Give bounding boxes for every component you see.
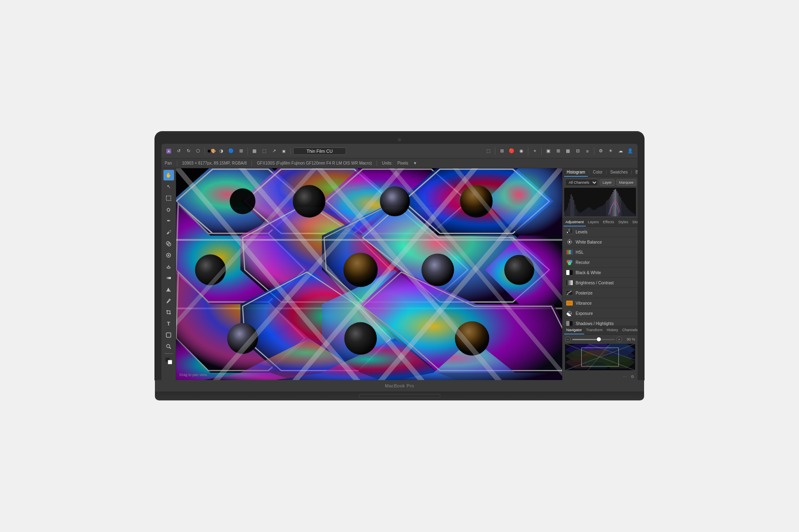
adj-bw[interactable]: Black & White (563, 268, 638, 278)
tool-select[interactable]: ↖ (163, 181, 174, 192)
marquee-btn[interactable]: Marquee (616, 179, 637, 186)
tool-fill[interactable] (163, 284, 174, 295)
view-options[interactable]: ⬚ (484, 147, 492, 155)
tool-shape[interactable] (163, 330, 174, 340)
hsl-icon (566, 249, 573, 255)
tab-effects[interactable]: Effects (601, 218, 616, 226)
adj-levels[interactable]: Levels (563, 227, 638, 237)
menu-icon[interactable]: ≡ (583, 147, 592, 155)
tool-text[interactable]: T (163, 318, 174, 329)
svg-rect-122 (629, 210, 630, 216)
view2[interactable]: ⊞ (554, 147, 562, 155)
crop-icon[interactable]: ⬚ (260, 147, 268, 155)
adj-white-balance[interactable]: White Balance (563, 237, 638, 247)
tab-swatches[interactable]: Swatches (608, 168, 630, 177)
camera-info: GFX100S (Fujifilm Fujinon GF120mm F4 R L… (257, 161, 372, 165)
half-circle-icon[interactable]: ◑ (217, 147, 225, 155)
app-icon[interactable]: A (165, 147, 173, 155)
svg-rect-125 (633, 213, 634, 216)
tab-stock[interactable]: Stock (630, 218, 638, 226)
svg-rect-142 (566, 270, 569, 275)
tool-gradient[interactable] (163, 273, 174, 283)
svg-rect-90 (588, 207, 589, 216)
bw-label: Black & White (576, 270, 601, 275)
macbook-screen: A ↺ ↻ ⬡ 🎨 ◑ 🔵 ⊞ ▦ ⬚ ↗ (155, 132, 644, 380)
adj-vibrance[interactable]: Vibrance (563, 298, 638, 308)
tool-lasso[interactable] (163, 204, 174, 215)
adj-recolor[interactable]: Recolor (563, 257, 638, 268)
view4[interactable]: ⊟ (574, 147, 582, 155)
grid-toggle[interactable]: ⊞ (498, 147, 506, 155)
tab-styles[interactable]: Styles (616, 218, 630, 226)
tab-histogram[interactable]: Histogram (564, 168, 588, 177)
tool-eyedrop[interactable] (163, 295, 174, 306)
svg-rect-75 (569, 199, 570, 216)
svg-rect-119 (625, 205, 626, 216)
layer-btn[interactable]: Layer (600, 179, 615, 186)
adj-exposure[interactable]: Exposure (563, 308, 638, 319)
zoom-thumb[interactable] (597, 337, 601, 341)
tab-navigator[interactable]: Navigator (564, 326, 584, 334)
tab-channels[interactable]: Channels (620, 326, 638, 334)
adj-shadows[interactable]: Shadows / Highlights (563, 319, 638, 326)
tab-transform[interactable]: Transform (584, 326, 605, 334)
grid-icon[interactable]: ⊞ (237, 147, 245, 155)
tab-color[interactable]: Color (590, 168, 605, 177)
adj-brightness[interactable]: Brightness / Contrast (563, 278, 638, 288)
tab-history[interactable]: History (605, 326, 620, 334)
units-icon[interactable]: ▼ (413, 161, 417, 165)
tool-zoom[interactable] (163, 341, 174, 352)
svg-rect-100 (601, 206, 602, 216)
document-title-input[interactable]: Thin Film CU (293, 147, 346, 155)
channel-dropdown[interactable]: All Channels (565, 179, 598, 186)
trackpad[interactable] (359, 394, 440, 398)
nav-gear-icon[interactable]: ⚙ (629, 374, 635, 379)
nav-settings-icon[interactable]: ⋯ (622, 374, 628, 379)
color-swatch[interactable] (163, 356, 174, 366)
svg-rect-103 (605, 203, 606, 216)
adj-hsl[interactable]: HSL (563, 247, 638, 257)
zoom-fill (572, 339, 598, 340)
tab-layers[interactable]: Layers (586, 218, 601, 226)
svg-rect-124 (631, 212, 633, 216)
undo-icon[interactable]: ↺ (174, 147, 183, 155)
zoom-in-btn[interactable]: + (616, 336, 622, 342)
right-panel: Histogram | Color | Swatches | Brushes ⋯ (562, 168, 638, 380)
svg-point-132 (569, 241, 570, 243)
color-toggle[interactable]: 🔴 (508, 147, 516, 155)
tool-pan[interactable]: ✋ (163, 170, 174, 180)
tool-heal[interactable] (163, 250, 174, 260)
tool-pen[interactable]: ✒ (163, 215, 174, 226)
zoom-out-btn[interactable]: − (565, 336, 571, 342)
tool-rect-select[interactable] (163, 193, 174, 203)
svg-rect-83 (579, 213, 580, 216)
redo-icon[interactable]: ↻ (184, 147, 192, 155)
tool-crop[interactable] (163, 307, 174, 317)
share-icon[interactable]: ⬡ (194, 147, 202, 155)
cloud-icon[interactable]: ☁ (616, 147, 625, 155)
arrow-icon[interactable]: ↗ (270, 147, 278, 155)
zoom-slider[interactable] (572, 339, 615, 340)
view3[interactable]: ▦ (564, 147, 572, 155)
tool-clone[interactable] (163, 238, 174, 249)
units-value: Pixels (397, 161, 408, 165)
tab-adjustment[interactable]: Adjustment (563, 218, 586, 226)
svg-rect-74 (568, 203, 569, 216)
view-grid-icon[interactable]: ▦ (250, 147, 258, 155)
metrics-icon[interactable]: ⌖ (531, 147, 539, 155)
tool-dodge[interactable] (163, 261, 174, 272)
sep2 (247, 147, 248, 155)
display-toggle[interactable]: ◉ (517, 147, 525, 155)
sun-icon[interactable]: ☀ (607, 147, 615, 155)
tab-brushes[interactable]: Brushes (633, 168, 638, 177)
expand-icon[interactable]: ▣ (280, 147, 288, 155)
user-icon[interactable]: 👤 (626, 147, 634, 155)
info-sep1 (177, 160, 177, 166)
color-wheel[interactable]: 🎨 (207, 147, 216, 155)
color-picker-icon[interactable]: 🔵 (227, 147, 235, 155)
view1[interactable]: ▣ (544, 147, 552, 155)
prefs-icon[interactable]: ⚙ (597, 147, 605, 155)
adj-posterize[interactable]: Posterize (563, 288, 638, 298)
tool-brush[interactable]: 🖌 (163, 227, 174, 237)
svg-rect-105 (607, 200, 609, 216)
